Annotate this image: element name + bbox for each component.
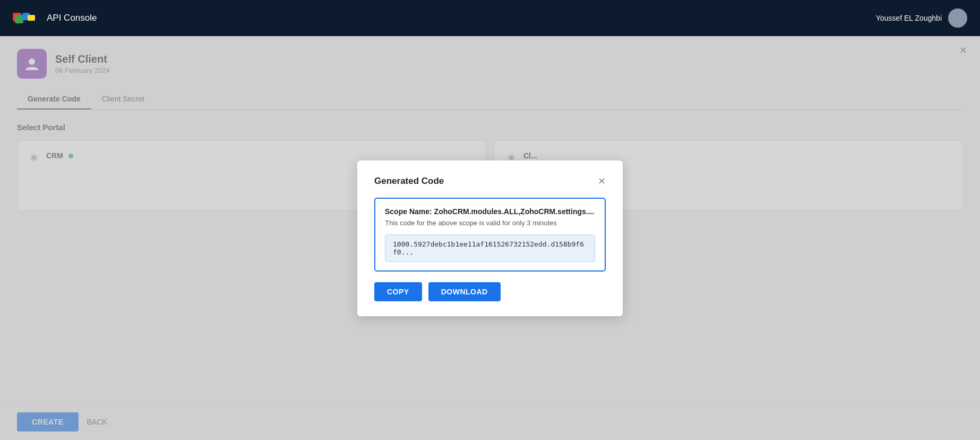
scope-name: Scope Name: ZohoCRM.modules.ALL,ZohoCRM.… [385, 207, 595, 216]
modal-close-button[interactable]: ✕ [598, 175, 606, 187]
zoho-logo-icon [13, 11, 40, 26]
download-button[interactable]: DOWNLOAD [428, 282, 501, 301]
svg-rect-1 [15, 15, 23, 23]
modal-actions: COPY DOWNLOAD [374, 282, 606, 301]
zoho-logo [13, 11, 40, 26]
top-navigation: API Console Youssef EL Zoughbi [0, 0, 980, 36]
user-avatar [948, 9, 967, 28]
generated-code-modal: Generated Code ✕ Scope Name: ZohoCRM.mod… [357, 160, 623, 316]
modal-title: Generated Code [374, 176, 444, 187]
main-content: ✕ Self Client 06 February 2024 Generate … [0, 36, 980, 440]
copy-button[interactable]: COPY [374, 282, 422, 301]
user-name-label: Youssef EL Zoughbi [876, 14, 942, 22]
nav-left: API Console [13, 11, 97, 26]
modal-body: Scope Name: ZohoCRM.modules.ALL,ZohoCRM.… [374, 198, 606, 301]
modal-header: Generated Code ✕ [374, 175, 606, 187]
card: ✕ Self Client 06 February 2024 Generate … [0, 36, 980, 440]
code-field: 1000.5927debc1b1ee11af161526732152edd.d1… [385, 234, 595, 262]
nav-title: API Console [47, 13, 97, 23]
nav-right: Youssef EL Zoughbi [876, 9, 967, 28]
svg-rect-3 [28, 15, 35, 21]
modal-overlay: Generated Code ✕ Scope Name: ZohoCRM.mod… [0, 36, 980, 440]
scope-validity: This code for the above scope is valid f… [385, 219, 595, 227]
scope-box: Scope Name: ZohoCRM.modules.ALL,ZohoCRM.… [374, 198, 606, 272]
